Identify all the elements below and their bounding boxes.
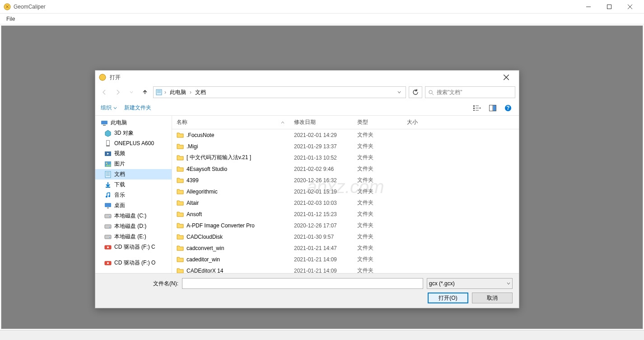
folder-icon bbox=[177, 165, 184, 173]
disk-icon bbox=[104, 233, 112, 241]
file-date: 2021-01-21 14:09 bbox=[289, 267, 353, 274]
file-row[interactable]: A-PDF Image Converter Pro2020-12-26 17:0… bbox=[172, 220, 519, 231]
chevron-down-icon bbox=[113, 106, 117, 110]
doc-folder-icon bbox=[155, 89, 163, 96]
sidebar-item[interactable]: 本地磁盘 (D:) bbox=[95, 221, 172, 231]
help-button[interactable]: ? bbox=[503, 103, 513, 113]
file-row[interactable]: cadconvert_win2021-01-21 14:47文件夹 bbox=[172, 242, 519, 254]
dialog-icon bbox=[99, 74, 106, 81]
main-titlebar: GeomCaliper bbox=[0, 0, 644, 14]
sidebar-item[interactable]: 文档 bbox=[95, 169, 172, 179]
file-size bbox=[402, 146, 439, 147]
menu-file[interactable]: File bbox=[4, 15, 18, 23]
file-size bbox=[402, 213, 439, 215]
sidebar-item[interactable]: 桌面 bbox=[95, 200, 172, 211]
col-date[interactable]: 修改日期 bbox=[289, 116, 353, 129]
cancel-button[interactable]: 取消 bbox=[472, 293, 513, 303]
video-icon bbox=[104, 150, 112, 157]
file-row[interactable]: CADEditorX 142021-01-21 14:09文件夹 bbox=[172, 265, 519, 273]
sidebar-item[interactable]: 此电脑 bbox=[95, 118, 172, 128]
sidebar-item[interactable]: 3D 对象 bbox=[95, 128, 172, 138]
sidebar-item[interactable]: 视频 bbox=[95, 148, 172, 159]
folder-icon bbox=[177, 188, 184, 195]
sidebar-item[interactable]: 图片 bbox=[95, 159, 172, 169]
sidebar-item[interactable]: ONEPLUS A600 bbox=[95, 138, 172, 148]
sidebar-item-label: 下载 bbox=[114, 181, 125, 189]
sidebar-item[interactable]: 下载 bbox=[95, 179, 172, 190]
sidebar-item[interactable]: 本地磁盘 (C:) bbox=[95, 211, 172, 221]
open-dialog: 打开 › 此电脑 › 文档 bbox=[95, 70, 519, 308]
forward-button[interactable] bbox=[112, 87, 123, 98]
file-name: 4Esaysoft Studio bbox=[172, 165, 289, 174]
breadcrumb-current[interactable]: 文档 bbox=[193, 88, 208, 97]
file-date: 2020-12-26 16:32 bbox=[289, 176, 353, 184]
recent-dropdown[interactable] bbox=[126, 87, 137, 98]
dialog-titlebar: 打开 bbox=[95, 71, 519, 84]
close-button[interactable] bbox=[620, 0, 640, 14]
dialog-close-button[interactable] bbox=[497, 71, 515, 84]
open-button[interactable]: 打开(O) bbox=[428, 293, 468, 303]
file-date: 2021-02-01 14:29 bbox=[289, 131, 353, 139]
up-button[interactable] bbox=[140, 87, 150, 98]
svg-rect-34 bbox=[105, 171, 111, 178]
file-size bbox=[402, 191, 439, 193]
breadcrumb-dropdown[interactable] bbox=[395, 90, 404, 94]
sidebar-item[interactable]: 本地磁盘 (E:) bbox=[95, 231, 172, 242]
file-row[interactable]: 43992020-12-26 16:32文件夹 bbox=[172, 175, 519, 186]
file-size bbox=[402, 225, 439, 227]
svg-rect-48 bbox=[109, 237, 110, 238]
sidebar-item[interactable]: CD 驱动器 (F:) C bbox=[95, 242, 172, 252]
file-row[interactable]: .FocusNote2021-02-01 14:29文件夹 bbox=[172, 129, 519, 141]
svg-rect-41 bbox=[105, 203, 111, 207]
toolbar: 组织 新建文件夹 ? bbox=[95, 100, 519, 116]
col-type[interactable]: 类型 bbox=[353, 116, 402, 129]
file-type: 文件夹 bbox=[353, 164, 402, 174]
file-name: .FocusNote bbox=[172, 131, 289, 140]
organize-menu[interactable]: 组织 bbox=[101, 104, 117, 112]
file-size bbox=[402, 157, 439, 159]
search-box[interactable] bbox=[425, 86, 515, 98]
file-type: 文件夹 bbox=[353, 130, 402, 140]
file-size bbox=[402, 179, 439, 181]
file-row[interactable]: .Migi2021-01-29 13:37文件夹 bbox=[172, 141, 519, 152]
back-button[interactable] bbox=[99, 87, 110, 98]
file-row[interactable]: 4Esaysoft Studio2021-02-02 9:46文件夹 bbox=[172, 163, 519, 175]
folder-icon bbox=[177, 177, 184, 184]
refresh-button[interactable] bbox=[409, 86, 422, 98]
filename-input[interactable] bbox=[182, 278, 423, 289]
breadcrumb-root[interactable]: 此电脑 bbox=[168, 88, 188, 97]
sidebar-item[interactable]: 音乐 bbox=[95, 190, 172, 200]
file-type: 文件夹 bbox=[353, 187, 402, 196]
file-type: 文件夹 bbox=[353, 209, 402, 219]
col-size[interactable]: 大小 bbox=[402, 116, 439, 129]
new-folder-button[interactable]: 新建文件夹 bbox=[124, 104, 151, 112]
folder-icon bbox=[177, 211, 184, 218]
view-menu[interactable] bbox=[472, 103, 483, 113]
preview-pane-button[interactable] bbox=[487, 103, 498, 113]
sidebar-item-label: 本地磁盘 (D:) bbox=[114, 222, 146, 230]
file-row[interactable]: Allegorithmic2021-02-01 15:19文件夹 bbox=[172, 186, 519, 197]
breadcrumb[interactable]: › 此电脑 › 文档 bbox=[153, 86, 406, 98]
col-name[interactable]: 名称 bbox=[172, 116, 289, 129]
filetype-select[interactable]: gcx (*.gcx) bbox=[427, 278, 513, 289]
sidebar-item-label: CD 驱动器 (F:) C bbox=[114, 243, 155, 251]
file-date: 2021-01-30 9:57 bbox=[289, 233, 353, 241]
sidebar-item[interactable]: CD 驱动器 (F:) O bbox=[95, 258, 172, 268]
file-row[interactable]: Altair2021-02-03 10:03文件夹 bbox=[172, 197, 519, 208]
app-title: GeomCaliper bbox=[14, 4, 578, 10]
file-row[interactable]: CADCloudDisk2021-01-30 9:57文件夹 bbox=[172, 231, 519, 242]
file-row[interactable]: cadeditor_win2021-01-21 14:09文件夹 bbox=[172, 254, 519, 265]
file-date: 2020-12-26 17:07 bbox=[289, 222, 353, 230]
file-row[interactable]: [ 中文代码万能输入法v.21 ]2021-01-13 10:52文件夹 bbox=[172, 152, 519, 163]
desktop-icon bbox=[104, 202, 112, 209]
dialog-title: 打开 bbox=[110, 74, 497, 81]
svg-point-50 bbox=[107, 246, 109, 248]
maximize-button[interactable] bbox=[599, 0, 620, 14]
chevron-down-icon bbox=[507, 282, 510, 285]
sidebar: 此电脑3D 对象ONEPLUS A600视频图片文档下载音乐桌面本地磁盘 (C:… bbox=[95, 116, 172, 273]
file-row[interactable]: Ansoft2021-01-12 15:23文件夹 bbox=[172, 208, 519, 220]
search-input[interactable] bbox=[437, 89, 512, 95]
minimize-button[interactable] bbox=[578, 0, 599, 14]
disk-icon bbox=[104, 212, 112, 220]
file-size bbox=[402, 168, 439, 170]
